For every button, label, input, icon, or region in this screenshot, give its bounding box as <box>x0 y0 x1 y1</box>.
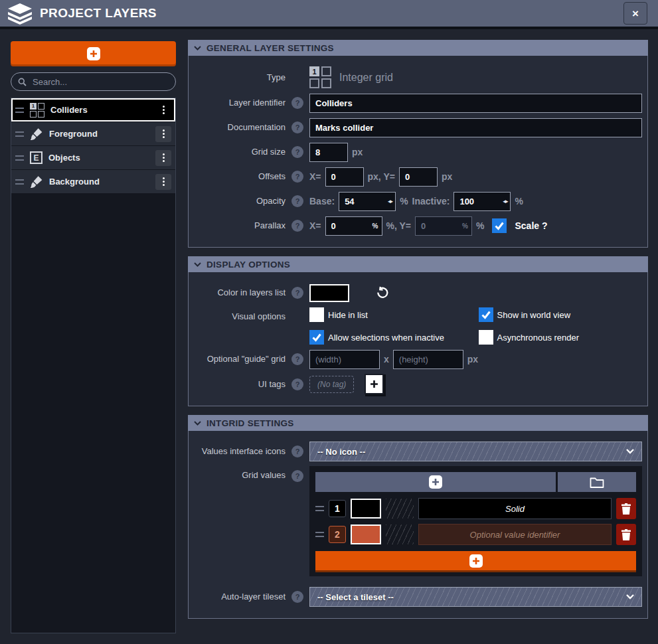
layers-logo-icon <box>7 3 33 25</box>
layer-color-swatch[interactable] <box>309 284 349 302</box>
help-icon[interactable]: ? <box>291 97 303 109</box>
layer-menu-button[interactable] <box>155 174 171 190</box>
drag-handle-icon[interactable] <box>15 108 24 113</box>
search-box <box>11 72 176 91</box>
help-icon[interactable]: ? <box>291 146 303 158</box>
drag-handle-icon[interactable] <box>15 131 24 137</box>
delete-value-button[interactable] <box>616 498 636 519</box>
layer-menu-button[interactable] <box>155 150 171 166</box>
help-icon[interactable]: ? <box>291 378 303 390</box>
field-label: Visual options <box>193 311 286 322</box>
layer-menu-button[interactable] <box>155 102 171 118</box>
unit-label: % <box>515 196 523 206</box>
folder-icon <box>590 477 604 488</box>
value-color-swatch[interactable] <box>351 524 381 544</box>
search-input[interactable] <box>31 76 169 88</box>
layer-row-colliders[interactable]: 1 Colliders <box>11 98 175 121</box>
guide-width-input[interactable] <box>309 350 380 369</box>
help-icon[interactable]: ? <box>291 353 303 365</box>
search-icon <box>18 78 27 86</box>
show-in-world-view-checkbox[interactable] <box>479 307 493 322</box>
group-values-button[interactable] <box>558 472 636 492</box>
add-value-button[interactable] <box>315 472 556 492</box>
grid-value-row: 1 <box>315 497 636 520</box>
drag-handle-icon[interactable] <box>15 179 24 185</box>
section-header-intgrid[interactable]: INTGRID SETTINGS <box>188 415 648 431</box>
help-icon[interactable]: ? <box>291 220 303 232</box>
help-icon[interactable]: ? <box>291 121 303 133</box>
parallax-y-input[interactable] <box>415 216 472 236</box>
value-number-badge: 1 <box>329 500 346 517</box>
add-tag-button[interactable] <box>365 374 384 394</box>
opacity-inactive-input[interactable] <box>453 192 511 211</box>
values-icons-row: Values interface icons ? -- No icon -- <box>193 442 642 461</box>
drag-handle-icon[interactable] <box>315 532 324 537</box>
values-icons-dropdown[interactable]: -- No icon -- <box>309 442 642 461</box>
section-header-display[interactable]: DISPLAY OPTIONS <box>188 256 648 272</box>
drag-handle-icon[interactable] <box>315 506 324 511</box>
help-icon[interactable]: ? <box>291 171 303 183</box>
value-color-swatch[interactable] <box>351 499 381 519</box>
type-row: Type 1 Integer grid <box>193 66 642 88</box>
layer-name: Background <box>49 177 149 187</box>
section-title: DISPLAY OPTIONS <box>206 260 290 270</box>
documentation-input[interactable] <box>309 118 642 137</box>
layer-menu-button[interactable] <box>155 126 171 142</box>
layer-identifier-row: Layer identifier ? <box>193 93 642 113</box>
chevron-down-icon <box>626 594 634 600</box>
layer-name: Foreground <box>49 129 149 139</box>
value-identifier-input[interactable] <box>418 524 612 545</box>
layer-identifier-input[interactable] <box>309 94 642 113</box>
guide-separator: x <box>384 354 389 364</box>
help-icon[interactable]: ? <box>291 591 303 603</box>
field-label: Color in layers list <box>193 287 286 298</box>
checkbox-label: Show in world view <box>497 310 571 320</box>
add-value-bar-button[interactable] <box>315 551 636 570</box>
offset-x-input[interactable] <box>325 167 364 187</box>
grid-values-toolbar <box>315 472 636 492</box>
help-icon[interactable]: ? <box>291 287 303 299</box>
value-number-badge: 2 <box>329 526 346 543</box>
parallax-x-input[interactable] <box>325 216 382 236</box>
opacity-base-label: Base: <box>309 196 335 206</box>
layer-settings-panel: GENERAL LAYER SETTINGS Type 1 <box>188 40 648 641</box>
guide-height-input[interactable] <box>393 350 463 369</box>
allow-selections-checkbox[interactable] <box>309 330 324 345</box>
grid-size-input[interactable] <box>309 143 348 162</box>
section-title: GENERAL LAYER SETTINGS <box>206 43 334 53</box>
stripe-spacer <box>386 524 414 544</box>
section-title: INTGRID SETTINGS <box>206 418 294 428</box>
offset-y-input[interactable] <box>399 167 438 187</box>
intgrid-type-icon: 1 <box>309 66 331 88</box>
scale-checkbox[interactable] <box>492 218 507 233</box>
grid-values-list: 1 <box>315 497 636 546</box>
field-label: Opacity <box>193 196 286 206</box>
value-identifier-input[interactable] <box>418 498 612 519</box>
layer-name: Objects <box>48 153 149 163</box>
auto-tileset-dropdown[interactable]: -- Select a tileset -- <box>309 587 642 607</box>
ui-tags-row: UI tags ? (No tag) <box>193 374 642 394</box>
layer-row-foreground[interactable]: Foreground <box>11 122 175 145</box>
project-layers-panel: PROJECT LAYERS × <box>0 0 658 641</box>
help-icon[interactable]: ? <box>291 470 303 482</box>
help-icon[interactable]: ? <box>291 195 303 207</box>
page-title: PROJECT LAYERS <box>40 6 157 21</box>
layer-row-background[interactable]: Background <box>11 170 175 193</box>
section-intgrid: INTGRID SETTINGS Values interface icons … <box>188 415 648 619</box>
help-icon[interactable]: ? <box>291 445 303 457</box>
section-header-general[interactable]: GENERAL LAYER SETTINGS <box>188 40 648 56</box>
add-layer-button[interactable] <box>11 41 176 66</box>
hide-in-list-checkbox[interactable] <box>309 307 324 322</box>
opacity-base-input[interactable] <box>339 192 396 211</box>
parallax-mid-label: %, Y= <box>386 220 412 231</box>
chevron-down-icon <box>194 421 201 426</box>
layer-row-objects[interactable]: E Objects <box>11 146 175 169</box>
unit-label: px <box>442 171 452 182</box>
drag-handle-icon[interactable] <box>15 155 24 161</box>
guide-grid-row: Optional "guide" grid ? x px <box>193 349 642 369</box>
delete-value-button[interactable] <box>616 524 636 545</box>
asynchronous-render-checkbox[interactable] <box>479 330 493 345</box>
close-button[interactable]: × <box>623 2 647 25</box>
unit-label: % <box>476 220 484 231</box>
reset-color-icon[interactable] <box>372 285 393 300</box>
